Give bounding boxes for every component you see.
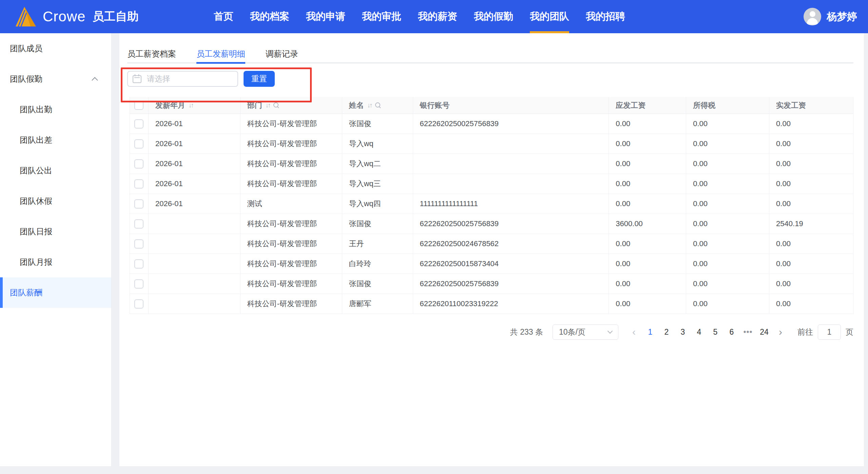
column-label: 发薪年月 [155,100,185,111]
table-header-row: 发薪年月↓↑部门↓↑姓名↓↑银行账号应发工资所得税实发工资 [130,97,853,114]
page-number-4[interactable]: 4 [693,328,705,337]
row-select-cell [130,274,149,294]
cell-bank_account: 6222620110023319222 [413,294,609,314]
cell-net: 0.00 [769,294,853,314]
page-number-1[interactable]: 1 [644,328,656,337]
nav-item-my-team[interactable]: 我的团队 [530,0,569,33]
nav-item-my-approvals[interactable]: 我的审批 [362,0,401,33]
column-label: 姓名 [349,100,364,111]
row-checkbox[interactable] [134,119,143,129]
sidebar-item-label: 团队休假 [20,196,52,206]
chevron-up-icon [92,77,98,83]
page-number-3[interactable]: 3 [677,328,689,337]
cell-gross: 0.00 [609,154,686,174]
cell-tax: 0.00 [686,194,769,214]
total-count: 共 233 条 [510,327,543,337]
row-checkbox[interactable] [134,259,143,269]
nav-item-home[interactable]: 首页 [214,0,233,33]
cell-bank_account: 1111111111111111 [413,194,609,214]
page-number-5[interactable]: 5 [709,328,721,337]
sidebar-item-team-checkin[interactable]: 团队出勤 [0,94,111,125]
cell-pay_month: 2026-01 [149,194,240,214]
row-checkbox[interactable] [134,179,143,189]
sidebar-item-team-business-trip[interactable]: 团队出差 [0,125,111,155]
page-number-24[interactable]: 24 [758,328,770,337]
row-checkbox[interactable] [134,219,143,229]
tab-payroll-detail[interactable]: 员工发薪明细 [196,45,245,62]
user-menu[interactable]: 杨梦婷 [804,0,857,33]
cell-tax: 0.00 [686,134,769,154]
sort-icon[interactable]: ↓↑ [367,102,372,109]
row-checkbox[interactable] [134,239,143,249]
cell-pay_month: 2026-01 [149,154,240,174]
sort-icon[interactable]: ↓↑ [189,102,193,109]
goto-page-input[interactable] [818,324,841,340]
cell-gross: 0.00 [609,254,686,274]
page-number-2[interactable]: 2 [660,328,673,337]
cell-tax: 0.00 [686,214,769,234]
column-header-bank-account: 银行账号 [413,97,609,114]
column-header-pay-month: 发薪年月↓↑ [149,97,240,114]
sidebar-item-team-leave[interactable]: 团队休假 [0,186,111,216]
prev-page-button[interactable]: ‹ [628,327,640,337]
cell-gross: 0.00 [609,294,686,314]
cell-gross: 0.00 [609,174,686,194]
cell-name: 王丹 [342,234,413,254]
row-checkbox[interactable] [134,159,143,169]
cell-net: 0.00 [769,174,853,194]
pay-month-date-input[interactable] [127,71,238,87]
page-size-value: 10条/页 [559,327,605,337]
row-checkbox[interactable] [134,139,143,149]
cell-bank_account [413,174,609,194]
cell-department: 科技公司-研发管理部 [240,234,342,254]
cell-name: 导入wq四 [342,194,413,214]
cell-department: 科技公司-研发管理部 [240,254,342,274]
nav-item-my-attendance[interactable]: 我的假勤 [474,0,513,33]
row-checkbox[interactable] [134,279,143,289]
cell-name: 导入wq二 [342,154,413,174]
sidebar-item-team-attendance-group[interactable]: 团队假勤 [0,64,111,94]
sort-icon[interactable]: ↓↑ [266,102,270,109]
table-row: 科技公司-研发管理部唐郦军62226201100233192220.000.00… [130,294,853,314]
row-select-cell [130,234,149,254]
sidebar-item-team-outing[interactable]: 团队公出 [0,155,111,186]
cell-pay_month [149,254,240,274]
next-page-button[interactable]: › [774,327,787,337]
pages-ellipsis[interactable]: ••• [742,328,754,337]
page-number-6[interactable]: 6 [726,328,738,337]
row-select-cell [130,294,149,314]
reset-button[interactable]: 重置 [244,71,275,87]
main-content: 员工薪资档案员工发薪明细调薪记录 重置 发薪年月↓↑部门↓↑姓名↓↑银行账号应发… [119,33,864,466]
cell-pay_month [149,234,240,254]
sidebar-item-label: 团队日报 [20,226,52,237]
calendar-icon [133,75,141,83]
user-name: 杨梦婷 [827,10,857,24]
select-all-checkbox[interactable] [134,101,143,110]
search-icon[interactable] [375,102,381,108]
sidebar-item-team-members[interactable]: 团队成员 [0,33,111,64]
sidebar-item-team-compensation[interactable]: 团队薪酬 [0,277,111,308]
nav-item-my-files[interactable]: 我的档案 [250,0,289,33]
cell-pay_month: 2026-01 [149,114,240,134]
sidebar-item-label: 团队出差 [20,135,52,145]
cell-gross: 0.00 [609,114,686,134]
sidebar-item-team-monthly-report[interactable]: 团队月报 [0,247,111,277]
cell-tax: 0.00 [686,234,769,254]
row-checkbox[interactable] [134,299,143,309]
nav-item-my-applications[interactable]: 我的申请 [306,0,345,33]
cell-gross: 0.00 [609,194,686,214]
top-nav-bar: Crowe 员工自助 首页我的档案我的申请我的审批我的薪资我的假勤我的团队我的招… [0,0,868,33]
tab-salary-archive[interactable]: 员工薪资档案 [127,45,176,62]
nav-item-my-recruitment[interactable]: 我的招聘 [586,0,625,33]
row-checkbox[interactable] [134,199,143,209]
sidebar-item-team-daily-report[interactable]: 团队日报 [0,216,111,247]
page-size-select[interactable]: 10条/页 [553,324,618,340]
column-label: 应发工资 [616,100,645,111]
nav-item-my-salary[interactable]: 我的薪资 [418,0,457,33]
column-label: 所得税 [693,100,715,111]
cell-department: 科技公司-研发管理部 [240,154,342,174]
tab-salary-adjustment[interactable]: 调薪记录 [266,45,298,62]
row-select-cell [130,174,149,194]
search-icon[interactable] [273,102,279,108]
column-header-name: 姓名↓↑ [342,97,413,114]
